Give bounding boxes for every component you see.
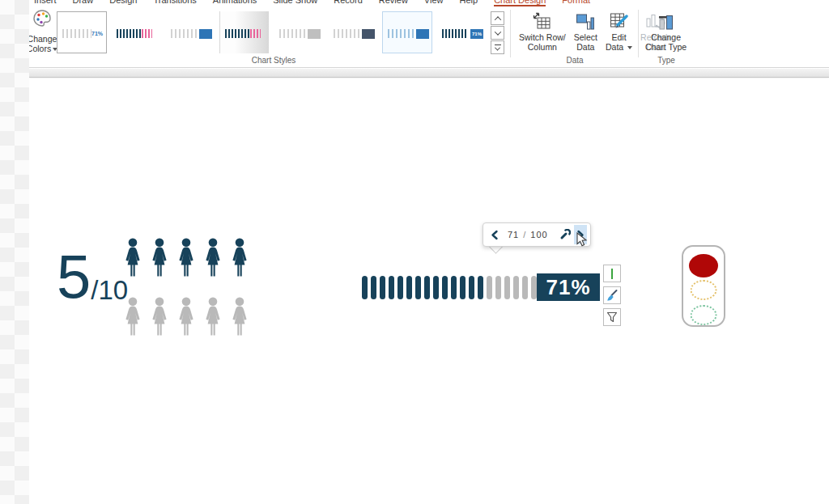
chart-style-thumbnail-4[interactable] (219, 11, 270, 53)
spinner-separator: / (523, 230, 526, 239)
tally-bar (389, 276, 394, 299)
tab-view[interactable]: View (424, 0, 444, 6)
tab-format[interactable]: Format (562, 0, 590, 6)
chart-elements-icon (611, 269, 613, 279)
chart-tools-panel (603, 265, 621, 330)
chart-style-thumbnail-1[interactable]: 71% (57, 11, 107, 53)
spinner-settings-button[interactable] (559, 229, 571, 240)
chart-style-thumbnail-8[interactable]: 71% (436, 11, 487, 53)
tally-bar (522, 276, 528, 299)
gallery-more-button[interactable] (491, 40, 504, 54)
spinner-decrement-button[interactable] (490, 230, 500, 240)
chart-style-thumbnail-5[interactable] (274, 11, 324, 53)
group-separator (510, 10, 511, 57)
tally-bar (487, 276, 492, 299)
gallery-scroll-up-button[interactable] (491, 11, 504, 25)
wrench-icon (559, 229, 571, 240)
tally-bar (424, 276, 430, 299)
fraction-label[interactable]: 5 /10 (57, 250, 128, 304)
spinner-value-display: 71/100 (508, 230, 548, 239)
desktop-background: { "colors": { "navy": "#17425a", "bar_gr… (0, 0, 829, 504)
tab-review[interactable]: Review (379, 0, 408, 6)
tally-bar (451, 276, 457, 299)
pictogram-unit-filled (202, 238, 224, 277)
woman-icon (175, 297, 198, 336)
gallery-scroll-down-button[interactable] (491, 26, 504, 40)
woman-icon (202, 238, 224, 277)
tab-help[interactable]: Help (460, 0, 478, 6)
tab-insert[interactable]: Insert (34, 0, 57, 6)
chart-style-thumbnail-2[interactable] (111, 11, 161, 53)
select-data-icon (575, 11, 596, 32)
tab-slide-show[interactable]: Slide Show (273, 0, 317, 6)
traffic-light-green (691, 305, 717, 325)
woman-icon (202, 297, 224, 336)
chart-styles-group-label: Chart Styles (57, 56, 491, 65)
chart-style-thumbnail-7[interactable] (382, 11, 432, 53)
traffic-light-shape[interactable] (682, 245, 725, 327)
tab-design[interactable]: Design (109, 0, 137, 6)
switch-row-column-label: Switch Row/Column (519, 32, 566, 52)
pictogram-unit-empty (228, 297, 251, 336)
change-chart-type-button[interactable]: ChangeChart Type (641, 10, 691, 53)
type-group-label: Type (641, 56, 691, 65)
tally-bar (406, 276, 412, 299)
chevron-up-icon (494, 16, 500, 23)
pictogram-unit-filled (121, 238, 144, 277)
switch-row-column-button[interactable]: Switch Row/Column (515, 10, 570, 53)
chart-style-thumbnail-6[interactable] (328, 11, 378, 53)
paintbrush-icon (606, 289, 619, 302)
chevron-left-icon (490, 230, 500, 240)
switch-row-column-icon (532, 11, 553, 32)
spinner-max-value: 100 (530, 230, 547, 239)
tally-bar (362, 276, 368, 299)
ribbon: Change Colors 71%71% Chart Styles Switch… (29, 6, 829, 68)
chart-style-thumbnail-3[interactable] (165, 11, 215, 53)
chart-styles-gallery: 71%71% (57, 11, 487, 53)
tally-bar (442, 276, 448, 299)
tally-bar (371, 276, 376, 299)
tab-draw[interactable]: Draw (73, 0, 94, 6)
group-separator (638, 10, 639, 57)
tab-transitions[interactable]: Transitions (153, 0, 196, 6)
traffic-light-red (689, 254, 718, 277)
tally-bar (433, 276, 439, 299)
pictogram-unit-filled (148, 238, 171, 277)
pictogram-unit-filled (228, 238, 251, 277)
data-group-label: Data (515, 56, 635, 65)
percentage-value-box[interactable]: 71% (537, 273, 600, 301)
tab-animations[interactable]: Animations (213, 0, 257, 6)
pictogram-unit-empty (175, 297, 198, 336)
traffic-light-amber (691, 280, 717, 300)
chevron-down-icon (494, 28, 500, 35)
change-chart-type-icon (656, 11, 677, 32)
edit-data-button[interactable]: EditData (602, 10, 636, 53)
tab-chart-design[interactable]: Chart Design (494, 0, 546, 6)
tally-bar (531, 276, 537, 299)
tab-record[interactable]: Record (334, 0, 362, 6)
pictogram-unit-filled (175, 238, 198, 277)
select-data-button[interactable]: SelectData (570, 10, 602, 53)
woman-icon (148, 238, 171, 277)
slide-canvas[interactable]: 5 /10 71% 71/100 (29, 78, 829, 504)
chart-filters-button[interactable] (603, 308, 621, 326)
progress-tally-chart[interactable] (362, 276, 537, 299)
ribbon-tab-bar: InsertDrawDesignTransitionsAnimationsSli… (29, 0, 829, 6)
pictogram-unit-empty (202, 297, 224, 336)
tally-bar (513, 276, 519, 299)
woman-icon (121, 297, 144, 336)
funnel-icon (606, 311, 619, 324)
woman-icon (228, 297, 251, 336)
pictogram-chart[interactable] (121, 238, 256, 336)
tally-bar (415, 276, 421, 299)
chart-elements-button[interactable] (603, 265, 621, 282)
woman-icon (121, 238, 144, 277)
woman-icon (228, 238, 251, 277)
pictogram-unit-empty (121, 297, 144, 336)
tally-bar (460, 276, 466, 299)
woman-icon (148, 297, 171, 336)
chart-styles-button[interactable] (603, 286, 621, 304)
select-data-label: SelectData (574, 32, 597, 52)
pictogram-unit-empty (148, 297, 171, 336)
edit-data-icon (609, 11, 630, 32)
